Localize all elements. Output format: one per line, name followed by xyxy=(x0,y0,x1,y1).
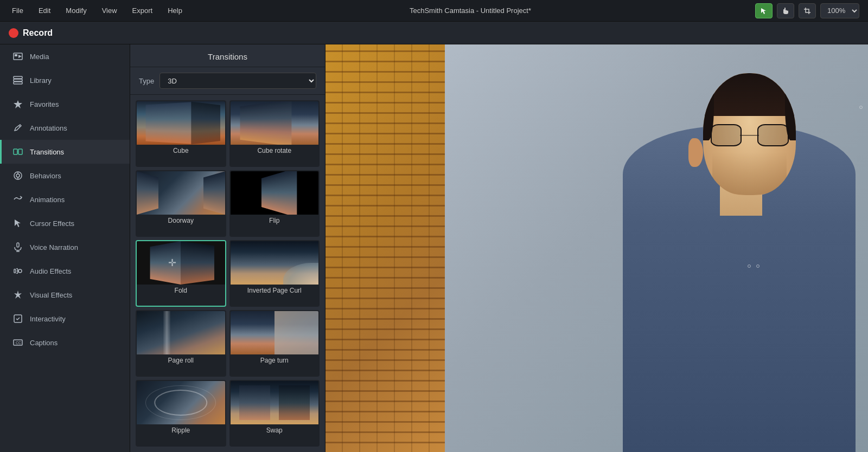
menu-view[interactable]: View xyxy=(99,4,120,17)
transitions-grid: Cube Cube rotate Doorway xyxy=(130,95,325,452)
sidebar-item-cursor-effects[interactable]: Cursor Effects xyxy=(0,211,130,235)
svg-rect-3 xyxy=(14,79,22,81)
menu-help[interactable]: Help xyxy=(164,4,186,17)
sidebar-label-cursor-effects: Cursor Effects xyxy=(30,219,74,228)
hand-tool-button[interactable] xyxy=(777,3,794,18)
svg-rect-1 xyxy=(15,54,17,56)
transition-thumb-page-roll xyxy=(137,311,225,354)
sidebar-item-visual-effects[interactable]: Visual Effects xyxy=(0,283,130,307)
crop-tool-button[interactable] xyxy=(799,3,816,18)
svg-rect-8 xyxy=(18,149,22,154)
menu-file[interactable]: File xyxy=(9,4,27,17)
app-body: Media Library Favorites Annotations Tran xyxy=(0,44,868,452)
svg-marker-5 xyxy=(14,100,22,108)
sidebar-label-captions: Captions xyxy=(30,339,58,347)
transition-label-page-roll: Page roll xyxy=(137,354,225,367)
transition-thumb-ripple xyxy=(137,381,225,424)
transition-flip[interactable]: Flip xyxy=(229,170,320,237)
titlebar: File Edit Modify View Export Help TechSm… xyxy=(0,0,868,22)
voice-narration-icon xyxy=(12,242,23,253)
transition-inverted-page-curl[interactable]: Inverted Page Curl xyxy=(229,240,320,307)
library-icon xyxy=(12,75,23,86)
transition-fold[interactable]: ✛ Fold xyxy=(136,240,226,307)
sidebar-label-transitions: Transitions xyxy=(30,148,64,156)
transition-label-fold: Fold xyxy=(137,285,225,298)
svg-point-17 xyxy=(18,269,22,273)
svg-rect-2 xyxy=(14,76,22,79)
svg-rect-7 xyxy=(14,149,17,154)
annotations-icon xyxy=(12,122,23,133)
menu-modify[interactable]: Modify xyxy=(62,4,90,17)
sidebar-item-behaviors[interactable]: Behaviors xyxy=(0,164,130,188)
transition-doorway[interactable]: Doorway xyxy=(136,170,226,237)
svg-text:CC: CC xyxy=(16,341,21,345)
transition-ripple[interactable]: Ripple xyxy=(136,380,226,447)
transition-thumb-page-turn xyxy=(231,311,319,354)
svg-point-11 xyxy=(16,174,20,177)
captions-icon: CC xyxy=(12,337,23,348)
transition-page-turn[interactable]: Page turn xyxy=(229,310,320,377)
transition-cube-rotate[interactable]: Cube rotate xyxy=(229,100,320,167)
menu-edit[interactable]: Edit xyxy=(35,4,54,17)
animations-icon xyxy=(12,194,23,205)
sidebar-item-transitions[interactable]: Transitions xyxy=(0,140,130,164)
menu-export[interactable]: Export xyxy=(129,4,156,17)
menu-bar: File Edit Modify View Export Help xyxy=(9,4,186,17)
sidebar-label-visual-effects: Visual Effects xyxy=(30,291,72,299)
transition-label-page-turn: Page turn xyxy=(231,354,319,367)
sidebar-item-captions[interactable]: CC Captions xyxy=(0,331,130,354)
record-button[interactable]: Record xyxy=(9,28,53,38)
sidebar-item-favorites[interactable]: Favorites xyxy=(0,92,130,116)
transition-label-inverted-page-curl: Inverted Page Curl xyxy=(231,285,319,298)
transition-thumb-fold: ✛ xyxy=(137,241,225,285)
main-toolbar: Record xyxy=(0,22,868,44)
cursor-effects-icon xyxy=(12,218,23,229)
video-frame xyxy=(326,44,868,452)
app-title: TechSmith Camtasia - Untitled Project* xyxy=(410,7,531,15)
transition-page-roll[interactable]: Page roll xyxy=(136,310,226,377)
transition-thumb-cube-rotate xyxy=(231,101,319,145)
record-label: Record xyxy=(23,28,53,38)
transition-cube[interactable]: Cube xyxy=(136,100,226,167)
favorites-icon xyxy=(12,99,23,109)
transition-label-swap: Swap xyxy=(231,424,319,437)
sidebar-label-interactivity: Interactivity xyxy=(30,315,66,323)
sidebar-label-voice-narration: Voice Narration xyxy=(30,243,78,251)
behaviors-icon xyxy=(12,170,23,181)
sidebar-label-media: Media xyxy=(30,53,49,61)
transition-label-flip: Flip xyxy=(231,215,319,228)
transition-thumb-swap xyxy=(231,381,319,424)
sidebar-item-interactivity[interactable]: Interactivity xyxy=(0,307,130,331)
audio-effects-icon xyxy=(12,266,23,276)
type-filter-select[interactable]: 3D All 2D xyxy=(159,73,316,89)
sidebar-item-audio-effects[interactable]: Audio Effects xyxy=(0,259,130,283)
transitions-panel: Transitions Type 3D All 2D Cube xyxy=(130,44,326,452)
sidebar: Media Library Favorites Annotations Tran xyxy=(0,44,130,452)
sidebar-item-animations[interactable]: Animations xyxy=(0,188,130,211)
transition-label-ripple: Ripple xyxy=(137,424,225,437)
sidebar-item-media[interactable]: Media xyxy=(0,44,130,68)
filter-label: Type xyxy=(139,77,154,85)
sidebar-label-annotations: Annotations xyxy=(30,124,67,132)
sidebar-item-voice-narration[interactable]: Voice Narration xyxy=(0,235,130,259)
zoom-selector[interactable]: 100%50%75%100%125%150%200% xyxy=(820,3,859,18)
svg-rect-14 xyxy=(17,243,19,247)
transitions-icon xyxy=(12,146,23,157)
titlebar-right: 100%50%75%100%125%150%200% xyxy=(755,3,859,18)
svg-line-6 xyxy=(19,126,20,127)
transition-label-doorway: Doorway xyxy=(137,215,225,228)
sidebar-item-annotations[interactable]: Annotations xyxy=(0,116,130,140)
svg-rect-4 xyxy=(14,82,22,84)
transition-swap[interactable]: Swap xyxy=(229,380,320,447)
sidebar-item-library[interactable]: Library xyxy=(0,68,130,92)
visual-effects-icon xyxy=(12,289,23,300)
transition-label-cube: Cube xyxy=(137,145,225,158)
sidebar-label-favorites: Favorites xyxy=(30,100,59,108)
transition-thumb-doorway xyxy=(137,171,225,215)
sidebar-label-animations: Animations xyxy=(30,196,65,204)
select-tool-button[interactable] xyxy=(755,3,773,18)
titlebar-left: File Edit Modify View Export Help xyxy=(9,4,186,17)
media-icon xyxy=(12,51,23,62)
transition-thumb-inverted-page-curl xyxy=(231,241,319,285)
transition-label-cube-rotate: Cube rotate xyxy=(231,145,319,158)
